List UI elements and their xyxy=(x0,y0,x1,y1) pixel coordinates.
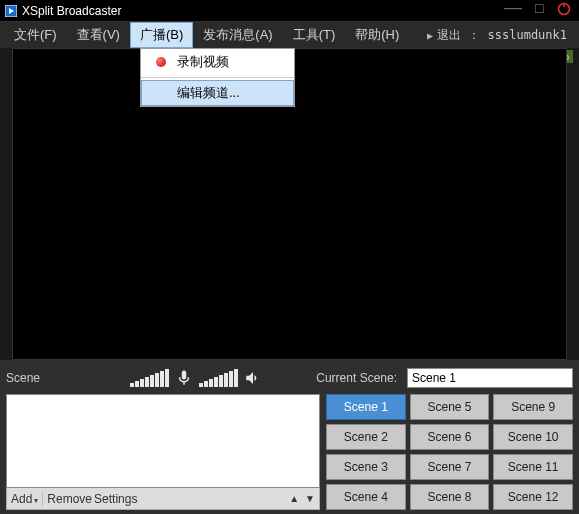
microphone-icon[interactable] xyxy=(175,369,193,387)
minimize-button[interactable]: — xyxy=(504,2,522,19)
scene-grid: Scene 1 Scene 5 Scene 9 Scene 2 Scene 6 … xyxy=(326,394,573,510)
speaker-icon[interactable] xyxy=(244,369,262,387)
scene-button-4[interactable]: Scene 4 xyxy=(326,484,406,510)
blank-icon xyxy=(153,85,169,101)
current-scene-label: Current Scene: xyxy=(316,371,401,385)
menu-view[interactable]: 查看(V) xyxy=(67,22,130,48)
speaker-level-meter xyxy=(199,369,238,387)
scene-label: Scene xyxy=(6,371,124,385)
meters-row: Scene Current Scene: xyxy=(6,366,573,390)
titlebar: XSplit Broadcaster — ☐ xyxy=(0,0,579,22)
dropdown-edit-channel[interactable]: 编辑频道... xyxy=(141,80,294,106)
bottom-panel: Scene Current Scene: Add▾ Remove Setting… xyxy=(0,360,579,514)
menu-file[interactable]: 文件(F) xyxy=(4,22,67,48)
app-icon xyxy=(4,4,18,18)
close-button[interactable] xyxy=(557,2,571,19)
window-controls: — ☐ xyxy=(504,2,579,19)
menu-help[interactable]: 帮助(H) xyxy=(345,22,409,48)
dropdown-record[interactable]: 录制视频 xyxy=(141,49,294,75)
chevron-down-icon: ▾ xyxy=(34,496,38,505)
scene-button-7[interactable]: Scene 7 xyxy=(410,454,490,480)
move-down-button[interactable]: ▼ xyxy=(305,493,315,504)
scene-actions-bar: Add▾ Remove Settings ▲ ▼ xyxy=(6,488,320,510)
exit-label: 退出 ： ssslumdunk1 xyxy=(437,27,567,44)
remove-button[interactable]: Remove xyxy=(47,492,92,506)
play-icon: ▶ xyxy=(427,30,433,41)
menu-broadcast[interactable]: 广播(B) xyxy=(130,22,193,48)
scene-button-9[interactable]: Scene 9 xyxy=(493,394,573,420)
reorder-controls: ▲ ▼ xyxy=(289,493,315,504)
current-scene-input[interactable] xyxy=(407,368,573,388)
dropdown-separator xyxy=(141,77,294,78)
record-icon xyxy=(153,54,169,70)
scene-button-6[interactable]: Scene 6 xyxy=(410,424,490,450)
scene-button-1[interactable]: Scene 1 xyxy=(326,394,406,420)
scene-button-8[interactable]: Scene 8 xyxy=(410,484,490,510)
mic-level-meter xyxy=(130,369,169,387)
svg-rect-3 xyxy=(563,3,565,7)
scene-button-3[interactable]: Scene 3 xyxy=(326,454,406,480)
menubar: 文件(F) 查看(V) 广播(B) 发布消息(A) 工具(T) 帮助(H) ▶ … xyxy=(0,22,579,48)
separator xyxy=(42,492,43,506)
scene-sources-list[interactable] xyxy=(6,394,320,488)
bottom-main: Add▾ Remove Settings ▲ ▼ Scene 1 Scene 5… xyxy=(6,394,573,510)
scene-button-10[interactable]: Scene 10 xyxy=(493,424,573,450)
scene-sources-column: Add▾ Remove Settings ▲ ▼ xyxy=(6,394,320,510)
menu-tools[interactable]: 工具(T) xyxy=(283,22,346,48)
scene-button-5[interactable]: Scene 5 xyxy=(410,394,490,420)
maximize-button[interactable]: ☐ xyxy=(534,2,545,19)
broadcast-dropdown: 录制视频 编辑频道... xyxy=(140,48,295,107)
menu-publish[interactable]: 发布消息(A) xyxy=(193,22,282,48)
window-title: XSplit Broadcaster xyxy=(22,4,504,18)
settings-button[interactable]: Settings xyxy=(94,492,137,506)
scene-button-2[interactable]: Scene 2 xyxy=(326,424,406,450)
scene-button-12[interactable]: Scene 12 xyxy=(493,484,573,510)
add-button[interactable]: Add▾ xyxy=(11,492,38,506)
menu-exit[interactable]: ▶ 退出 ： ssslumdunk1 xyxy=(419,23,575,48)
dropdown-edit-label: 编辑频道... xyxy=(177,84,240,102)
dropdown-record-label: 录制视频 xyxy=(177,53,229,71)
scene-button-11[interactable]: Scene 11 xyxy=(493,454,573,480)
move-up-button[interactable]: ▲ xyxy=(289,493,299,504)
